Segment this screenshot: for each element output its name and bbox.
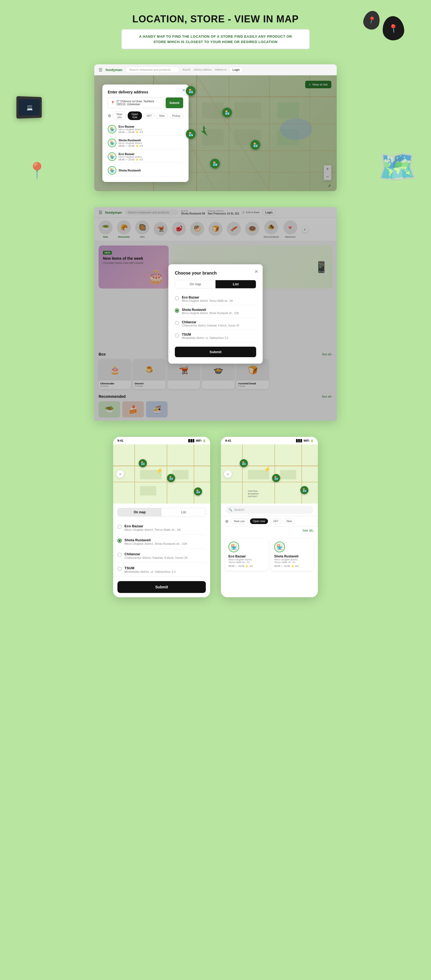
- map-pin-4[interactable]: 🏪: [251, 140, 260, 150]
- branch-addr-tsum: Mirabadsky district, ul. Yakkachinor 3-2: [182, 336, 228, 339]
- filter-tabs-row: ⚙ Near you Open now 24/7 New Pickup: [108, 111, 183, 120]
- branch-tab-list[interactable]: List: [216, 280, 256, 288]
- delivery-modal-overlay: Enter delivery address ✕ 📍 27 Chilonzor …: [94, 75, 337, 191]
- address-submit-button[interactable]: Submit: [166, 97, 183, 108]
- address-input-field[interactable]: 📍 27 Chilonzor ko'chasi, Tashkent 100115…: [108, 97, 163, 108]
- signal-icon-1: ▊▊▊: [188, 439, 195, 442]
- delivery-modal-title: Enter delivery address: [108, 90, 183, 94]
- mobile-radio-shota: [117, 539, 122, 543]
- star-icon-1: ⭐: [136, 131, 139, 134]
- mobile-see-all-text[interactable]: See all: [303, 529, 313, 533]
- branch-modal-close[interactable]: ✕: [254, 269, 258, 275]
- branch-addr-eco: Mirzo-Ulugbek district, Temur Malik str.…: [182, 299, 233, 302]
- desktop-browser-1: ☰ foodyman Search restaurant and product…: [94, 64, 337, 191]
- mobile-branch-tsum[interactable]: TSUM Mirabadsky district, ul. Yakkachino…: [117, 563, 206, 577]
- mobile2-map-pin-1[interactable]: 🏪: [240, 459, 248, 467]
- filter-tab-new[interactable]: New: [156, 113, 168, 119]
- browser-search[interactable]: Search restaurant and products: [126, 67, 179, 73]
- mobile-filter-nearby-2[interactable]: Near you: [231, 519, 248, 524]
- browser-main: 🏪 🏪 🏪 🏪 🏪 ≡ View in list + − ↗: [94, 75, 337, 191]
- battery-icon-1: 🔋: [203, 439, 206, 442]
- filter-tab-pickup[interactable]: Pickup: [169, 113, 183, 119]
- mobile-search-input-2[interactable]: 🔍 Search: [225, 506, 314, 514]
- filter-tab-nearby[interactable]: Near you: [113, 111, 126, 120]
- mobile-tab-list-1[interactable]: List: [161, 508, 206, 516]
- filter-tab-open[interactable]: Open now: [128, 111, 142, 120]
- mobile-branch-eco[interactable]: Eco Bazaar Mirzo-Ulugbek district, Temur…: [117, 521, 206, 535]
- mobile-map-pin-2[interactable]: 🏪: [167, 474, 175, 482]
- rating-shota: 4.5: [295, 565, 299, 567]
- store-card-eco[interactable]: 🏪 Eco Bazaar Mirzo-Ulugbek district,Temu…: [225, 538, 268, 571]
- store-name-2: Shota Rustaveli: [118, 138, 183, 142]
- store-card-name-eco: Eco Bazaar: [228, 554, 265, 558]
- mobile-submit-button-1[interactable]: Submit: [117, 581, 206, 593]
- store-item-4[interactable]: 🏪 Shota Rustaveli: [108, 164, 183, 177]
- store-meta-2: 08:00 — 22:00 ⭐ 4.5: [118, 145, 183, 147]
- mobile-branch-details-shota: Shota Rustaveli Mirzo-Ulugbek district, …: [125, 538, 187, 545]
- mobile-filter-24h-2[interactable]: 24/7: [270, 519, 281, 524]
- mobile2-map-pin-2[interactable]: 🏪: [272, 474, 280, 482]
- mobile-map-pin-3[interactable]: 🏪: [194, 487, 202, 496]
- delivery-modal-close[interactable]: ✕: [182, 88, 185, 93]
- nav-delivery: Delivery address: [194, 68, 212, 71]
- mobile-tab-map-1[interactable]: On map: [118, 508, 161, 516]
- branch-details-shota: Shota Rustaveli Mirzo-Ulugbek district, …: [182, 308, 239, 315]
- mobile-branch-shota[interactable]: Shota Rustaveli Mirzo-Ulugbek district, …: [117, 535, 206, 549]
- mobile-lightning-pin: ⚡: [156, 467, 163, 474]
- mobile-branch-name-chilanzar: Chilanzar: [125, 552, 187, 556]
- mobile-filter-open-2[interactable]: Open now: [250, 519, 268, 524]
- map-pin-3[interactable]: 🏪: [186, 129, 196, 139]
- branch-option-tsum[interactable]: TSUM Mirabadsky district, ul. Yakkachino…: [175, 330, 256, 342]
- map-pin-1[interactable]: 🏪: [186, 86, 196, 96]
- mobile-map-pin-1[interactable]: 🏪: [139, 459, 147, 467]
- store-avatar-4: 🏪: [108, 166, 117, 175]
- map-pin-2[interactable]: 🏪: [222, 108, 232, 117]
- store-card-hours-shota: 08:00 — 22:00: [274, 565, 290, 567]
- laptop-decoration: 💻: [16, 96, 42, 119]
- mobile-branch-addr-eco: Mirzo-Ulugbek district, Temur Malik str.…: [125, 528, 180, 531]
- section-branch-desktop: ☰ foodyman Search restaurant and product…: [0, 196, 431, 426]
- branch-addr-shota: Mirzo-Ulugbek district, Shota Rustaveli …: [182, 312, 239, 315]
- mobile-branch-details-eco: Eco Bazaar Mirzo-Ulugbek district, Temur…: [125, 524, 180, 531]
- branch-option-eco[interactable]: Eco Bazaar Mirzo-Ulugbek district, Temur…: [175, 293, 256, 305]
- radio-inner-shota: [176, 310, 178, 312]
- mobile2-map-pin-3[interactable]: 🏪: [300, 486, 308, 494]
- store-info-2: Shota Rustaveli Mirzo-Ulugbek district, …: [118, 138, 183, 147]
- mobile-back-button-1[interactable]: ‹: [117, 470, 124, 478]
- mobile-branch-details-tsum: TSUM Mirabadsky district, ul. Yakkachino…: [125, 566, 176, 573]
- mobile-frame-1: 9:41 ▊▊▊ WiFi 🔋 🏪 🏪 🏪: [113, 437, 210, 597]
- mobile-branch-name-eco: Eco Bazaar: [125, 524, 180, 528]
- branch-option-shota[interactable]: Shota Rustaveli Mirzo-Ulugbek district, …: [175, 305, 256, 318]
- branch-name-chilanzar: Chilanzar: [182, 320, 239, 324]
- see-all-chevron: ›: [312, 529, 314, 533]
- store-card-avatar-eco: 🏪: [228, 541, 239, 552]
- svg-rect-36: [280, 470, 296, 479]
- mobile-frame-2: 9:41 ▊▊▊ WiFi 🔋 CENTRAL BUSINESS: [221, 437, 318, 597]
- mobile-branch-addr-tsum: Mirabadsky district, ul. Yakkachinor 3-2: [125, 570, 176, 573]
- mobile-branch-chilanzar[interactable]: Chilanzar Chilanzarsky district, Katarta…: [117, 549, 206, 563]
- wifi-icon-1: WiFi: [196, 439, 201, 442]
- store-card-hours-eco: 08:00 — 22:00: [228, 565, 244, 567]
- mobile-filter-new-2[interactable]: New: [284, 519, 295, 524]
- login-button-1[interactable]: Login: [230, 67, 243, 73]
- mobile-back-button-2[interactable]: ‹: [224, 470, 231, 478]
- branch-submit-button[interactable]: Submit: [175, 347, 256, 357]
- branch-option-chilanzar[interactable]: Chilanzar Chilanzarsky district, Katarta…: [175, 318, 256, 330]
- store-addr-1: Mirzo-Ulugbek district,: [118, 128, 183, 131]
- signal-icon-2: ▊▊▊: [296, 439, 303, 442]
- signal-icons-1: ▊▊▊ WiFi 🔋: [188, 439, 206, 442]
- store-card-shota[interactable]: 🏪 Shota Rustaveli Mirzo-Ulugbek district…: [271, 538, 314, 571]
- nav-delivers: Delivers to: [215, 68, 227, 71]
- store-item-1[interactable]: 🏪 Eco Bazaar Mirzo-Ulugbek district, 08:…: [108, 123, 183, 135]
- store-card-meta-eco: 08:00 — 22:00 ⭐ 4.5: [228, 565, 265, 567]
- store-item-3[interactable]: 🏪 Eco Bazaar Mirzo-Ulugbek district, 08:…: [108, 151, 183, 163]
- map-pin-5[interactable]: 🏪: [210, 159, 220, 169]
- delivery-modal: Enter delivery address ✕ 📍 27 Chilonzor …: [102, 84, 188, 182]
- branch-details-tsum: TSUM Mirabadsky district, ul. Yakkachino…: [182, 332, 228, 339]
- store-avatar-3: 🏪: [108, 152, 117, 161]
- branch-tab-map[interactable]: On map: [175, 280, 216, 288]
- mobile-map-svg-2: CENTRAL BUSINESS DISTRICT: [221, 444, 318, 504]
- filter-tab-24h[interactable]: 24/7: [144, 113, 155, 119]
- store-item-2[interactable]: 🏪 Shota Rustaveli Mirzo-Ulugbek district…: [108, 137, 183, 149]
- branch-radio-shota: [175, 309, 179, 313]
